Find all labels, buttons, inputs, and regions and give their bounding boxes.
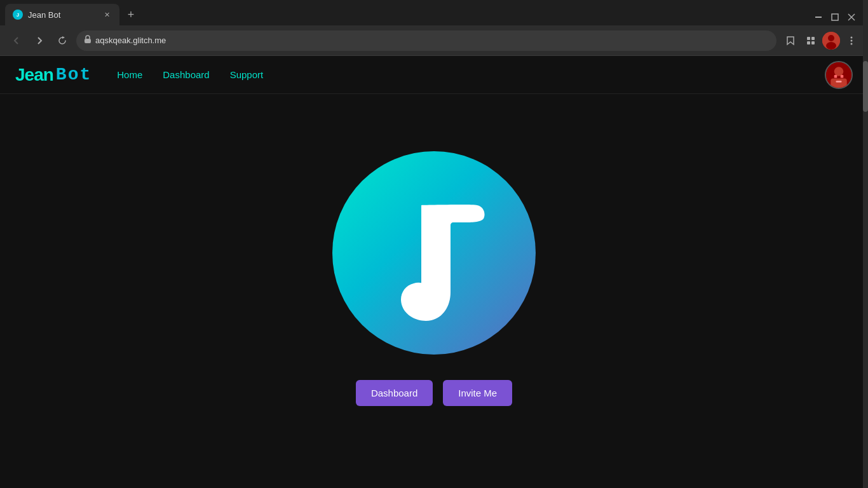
profile-avatar[interactable] xyxy=(822,32,840,50)
tab-bar: J Jean Bot ✕ + xyxy=(0,0,868,25)
site-navbar: Jean Bot Home Dashboard Support xyxy=(0,56,868,94)
close-button[interactable] xyxy=(845,11,858,24)
browser-window: J Jean Bot ✕ + xyxy=(0,0,868,488)
svg-rect-8 xyxy=(807,37,810,40)
url-text: aqskqeak.glitch.me xyxy=(95,36,166,45)
svg-point-15 xyxy=(851,36,853,38)
svg-point-17 xyxy=(851,43,853,44)
address-bar-actions xyxy=(782,32,860,50)
logo-jean-text: Jean xyxy=(15,65,53,85)
chrome-menu-button[interactable] xyxy=(843,32,860,50)
hero-buttons: Dashboard Invite Me xyxy=(356,380,512,406)
svg-rect-21 xyxy=(834,75,837,78)
scrollbar[interactable] xyxy=(863,0,868,488)
svg-rect-11 xyxy=(811,41,815,44)
svg-rect-22 xyxy=(841,75,844,78)
site-navbar-right xyxy=(825,61,853,89)
svg-rect-3 xyxy=(832,14,838,20)
svg-rect-9 xyxy=(811,37,815,40)
site-nav-links: Home Dashboard Support xyxy=(117,69,263,80)
logo-bot-text: Bot xyxy=(56,65,92,85)
user-avatar[interactable] xyxy=(825,61,853,89)
page-content: Jean Bot Home Dashboard Support xyxy=(0,56,868,488)
nav-link-dashboard[interactable]: Dashboard xyxy=(163,69,209,80)
tab-close-button[interactable]: ✕ xyxy=(102,10,112,20)
svg-text:J: J xyxy=(17,12,19,18)
refresh-button[interactable] xyxy=(53,32,71,50)
extensions-button[interactable] xyxy=(802,32,820,50)
active-tab[interactable]: J Jean Bot ✕ xyxy=(5,4,119,25)
dashboard-button[interactable]: Dashboard xyxy=(356,380,433,406)
hero-logo-circle xyxy=(332,151,536,355)
url-bar[interactable]: aqskqeak.glitch.me xyxy=(76,30,776,51)
invite-button[interactable]: Invite Me xyxy=(443,380,512,406)
svg-marker-7 xyxy=(787,37,794,44)
lock-icon xyxy=(84,35,92,46)
minimize-button[interactable] xyxy=(812,11,825,24)
bookmark-button[interactable] xyxy=(782,32,799,50)
svg-point-19 xyxy=(834,67,844,76)
svg-rect-23 xyxy=(836,81,841,83)
tab-title: Jean Bot xyxy=(28,10,97,20)
back-button[interactable] xyxy=(8,32,25,50)
hero-section: Dashboard Invite Me xyxy=(0,94,868,488)
tab-favicon: J xyxy=(13,10,23,20)
svg-rect-10 xyxy=(807,41,810,44)
maximize-button[interactable] xyxy=(829,11,841,24)
svg-point-14 xyxy=(826,42,836,50)
svg-point-13 xyxy=(828,35,834,41)
svg-rect-6 xyxy=(85,39,91,43)
nav-link-home[interactable]: Home xyxy=(117,69,142,80)
nav-link-support[interactable]: Support xyxy=(230,69,264,80)
svg-rect-2 xyxy=(815,17,822,18)
new-tab-button[interactable]: + xyxy=(122,6,140,24)
address-bar: aqskqeak.glitch.me xyxy=(0,25,868,56)
hero-logo-svg xyxy=(370,183,498,323)
site-logo: Jean Bot xyxy=(15,65,92,85)
svg-point-16 xyxy=(851,39,853,41)
tab-spacer xyxy=(140,11,863,25)
scrollbar-thumb[interactable] xyxy=(863,61,868,112)
forward-button[interactable] xyxy=(31,32,48,50)
svg-rect-20 xyxy=(831,78,846,88)
